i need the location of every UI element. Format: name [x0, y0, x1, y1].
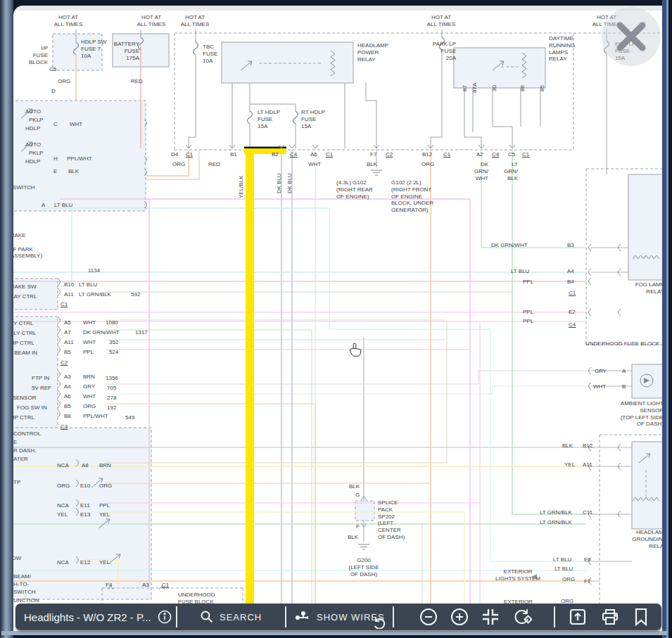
search-label: SEARCH	[220, 612, 262, 623]
wire-label: C1	[61, 301, 68, 308]
wire-label: A7	[64, 329, 71, 336]
export-button[interactable]	[569, 608, 587, 626]
zoom-out-button[interactable]	[419, 608, 438, 626]
wire-label: LT BLU	[511, 268, 529, 275]
wire-label: A11	[64, 291, 74, 298]
wire-label: PARK LP FUSE 20A	[422, 41, 456, 61]
close-button[interactable]	[602, 7, 661, 66]
wiring-diagram-svg	[13, 6, 662, 631]
info-icon[interactable]	[157, 609, 172, 625]
connector-arc-icon	[619, 309, 621, 316]
fit-screen-button[interactable]	[481, 608, 500, 626]
wire-label: HEADLAMP CTRL	[13, 340, 34, 347]
component-box	[454, 48, 545, 88]
wire-label: B4	[567, 279, 574, 286]
wire-label: BLK	[348, 534, 358, 541]
wire-label: A3	[142, 582, 149, 589]
wire-label: HIGH BEAM IN	[13, 350, 37, 357]
connector-arrow-down-icon	[312, 145, 318, 148]
connector-arc-icon	[58, 317, 61, 324]
wire	[106, 386, 591, 394]
wire-label: PARK BRAKE SWITCH (BASE OF PARK BRAKE AS…	[13, 232, 42, 260]
wire-label: 85	[539, 85, 546, 91]
rotate-view-button[interactable]	[512, 608, 532, 626]
wire-label: A3	[64, 374, 71, 381]
wire-label: C1	[443, 151, 450, 158]
wire-label: YEL	[57, 511, 68, 518]
connector-arc-icon	[589, 244, 592, 251]
diagram-title-group[interactable]: Headlights - W/O ZR2 - P...	[24, 604, 172, 630]
wire-label: B5	[64, 403, 71, 410]
wire-label: I/P FUSE BLOCK	[27, 45, 48, 65]
wire-label: E10	[80, 483, 90, 490]
wire-label: 352	[109, 339, 118, 346]
wire-label: C5	[49, 66, 56, 73]
wire-label: E6	[584, 556, 591, 563]
search-button[interactable]: SEARCH	[200, 604, 262, 630]
wire-label: 278	[107, 395, 116, 402]
wire-label: PARK BRAKE SW	[13, 283, 37, 291]
wire-label: HEADLAMP CTRL	[13, 414, 34, 421]
print-button[interactable]	[601, 608, 619, 626]
wire-label: PPL/WHT	[83, 413, 108, 420]
wire-label: RED	[208, 161, 220, 168]
wire-label: B12	[422, 151, 432, 158]
wire-label: HEADLAMP POWER RELAY	[357, 42, 388, 63]
wire	[106, 512, 464, 604]
wire-label: BATTERY FUSE 175A	[113, 41, 139, 61]
wire-label: 87A	[471, 83, 478, 93]
wire-label: HDLP	[25, 125, 40, 132]
wire-label: PARK RLY CTRL	[13, 320, 33, 327]
wire-label: GRY	[595, 368, 607, 375]
show-wires-button[interactable]: SHOW WIRES	[294, 604, 385, 630]
ground-symbol	[358, 544, 369, 549]
show-wires-icon	[294, 610, 311, 624]
wire-label: PPL/WHT	[67, 155, 92, 162]
wire-label: NCA	[57, 462, 69, 469]
wire	[329, 208, 490, 329]
wire-label: PPL	[99, 502, 110, 509]
wire	[106, 371, 591, 384]
wire-label: B2	[272, 151, 279, 158]
wire	[512, 150, 586, 514]
wire-label: PPL	[83, 349, 94, 356]
wire-label: C3	[61, 423, 68, 430]
wire-label: H-TO-	[13, 581, 29, 588]
wire	[366, 83, 376, 148]
wire-label: A11	[64, 339, 74, 346]
zoom-in-button[interactable]	[450, 608, 469, 626]
wire-label: AUTO	[25, 141, 41, 148]
wire-label: C1	[569, 290, 576, 297]
wire-label: GRY	[83, 383, 95, 390]
component-box	[355, 501, 374, 521]
wire	[189, 55, 196, 148]
wire-label: C1	[326, 151, 333, 158]
wire-label: B3	[567, 242, 574, 249]
toolbar-divider	[554, 606, 555, 627]
wire-label: A4	[64, 383, 71, 390]
connector-arc-icon	[58, 390, 61, 397]
wire-label: LT GRN/BLK	[540, 519, 572, 526]
wire-label: DK GRN/ WHT	[467, 161, 488, 181]
wire-label: YEL/BLK	[238, 176, 245, 198]
wire-label: 1317	[135, 329, 148, 336]
fuse-symbol	[248, 111, 253, 124]
wire-label: BEAM/	[13, 573, 31, 580]
undo-icon[interactable]	[373, 618, 388, 629]
diagram-viewport[interactable]: HOT AT ALL TIMESHOT AT ALL TIMESHOT AT A…	[13, 6, 662, 631]
wire-label: DK GRN/WHT	[491, 242, 528, 249]
search-icon	[200, 610, 214, 624]
bookmark-button[interactable]	[633, 608, 649, 626]
toolbar-divider	[176, 606, 177, 627]
wire-label: WHT	[70, 121, 82, 128]
wire-label: LT GRN/BLK	[540, 509, 572, 516]
window-frame-right-highlight	[666, 0, 668, 638]
wire-label: F	[356, 523, 360, 530]
connector-arc-icon	[58, 326, 61, 333]
wire-label: FOG LAMP RELAY	[632, 281, 662, 295]
bottom-toolbar: Headlights - W/O ZR2 - P... SEARCH SHOW …	[15, 604, 661, 630]
wire	[431, 50, 442, 148]
wire-label: B12	[583, 442, 592, 449]
wire-label: (4.3L) G102 (RIGHT REAR OF ENGINE)	[336, 179, 373, 200]
wire-label: NCA	[57, 559, 69, 566]
